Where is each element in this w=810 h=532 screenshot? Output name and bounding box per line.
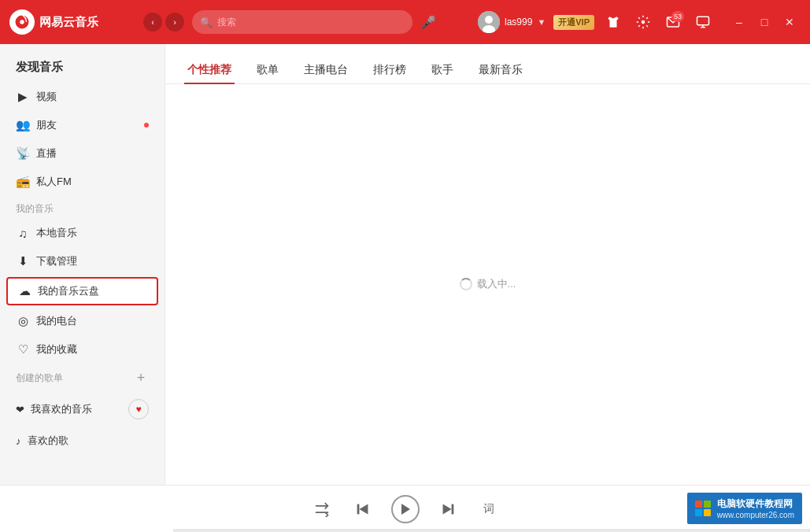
sidebar-item-download[interactable]: ⬇ 下载管理 bbox=[0, 247, 165, 275]
create-playlist-header: 创建的歌单 + bbox=[0, 364, 165, 392]
window-controls: – □ ✕ bbox=[728, 11, 801, 33]
svg-rect-9 bbox=[357, 504, 359, 514]
sidebar-item-cloud[interactable]: ☁ 我的音乐云盘 bbox=[6, 277, 158, 305]
sidebar-label-download: 下载管理 bbox=[36, 254, 77, 268]
lyrics-icon: 词 bbox=[483, 502, 494, 516]
add-playlist-button[interactable]: + bbox=[133, 370, 149, 386]
video-icon: ▶ bbox=[16, 90, 30, 104]
mail-badge: 53 bbox=[671, 11, 684, 22]
mail-icon[interactable]: 53 bbox=[662, 11, 684, 33]
sidebar-item-friends[interactable]: 👥 朋友 bbox=[0, 111, 165, 139]
watermark: 电脑软硬件教程网 www.computer26.com bbox=[687, 493, 802, 524]
content-tabs: 个性推荐 歌单 主播电台 排行榜 歌手 最新音乐 bbox=[165, 44, 810, 84]
mic-icon[interactable]: 🎤 bbox=[420, 15, 436, 30]
win-sq-yellow bbox=[704, 509, 711, 516]
play-button[interactable] bbox=[391, 495, 420, 523]
favorites-icon: ❤ bbox=[16, 404, 24, 416]
maximize-button[interactable]: □ bbox=[753, 11, 775, 33]
favorites-heart-button[interactable]: ♥ bbox=[128, 399, 149, 419]
svg-point-1 bbox=[20, 20, 24, 24]
vip-button[interactable]: 开通VIP bbox=[553, 15, 594, 30]
svg-marker-10 bbox=[401, 504, 410, 515]
live-icon: 📡 bbox=[16, 146, 30, 161]
win-sq-green bbox=[704, 501, 711, 508]
minimize-button[interactable]: – bbox=[728, 11, 750, 33]
logo-area: 网易云音乐 bbox=[9, 9, 135, 35]
search-icon: 🔍 bbox=[200, 17, 213, 28]
watermark-text: 电脑软硬件教程网 www.computer26.com bbox=[717, 497, 794, 519]
shuffle-button[interactable] bbox=[309, 497, 335, 522]
search-bar[interactable]: 🔍 bbox=[192, 10, 412, 34]
collection-icon: ♡ bbox=[16, 342, 30, 357]
app-logo bbox=[9, 9, 35, 35]
create-playlist-label: 创建的歌单 bbox=[16, 371, 63, 385]
tab-artist[interactable]: 歌手 bbox=[428, 57, 457, 83]
sidebar-item-fm[interactable]: 📻 私人FM bbox=[0, 168, 165, 196]
player-controls: 词 bbox=[309, 495, 501, 523]
app-title: 网易云音乐 bbox=[39, 15, 98, 30]
prev-button[interactable] bbox=[350, 497, 375, 522]
sidebar-label-live: 直播 bbox=[36, 146, 57, 161]
search-input[interactable] bbox=[217, 17, 405, 28]
svg-point-3 bbox=[485, 16, 493, 24]
sidebar-label-video: 视频 bbox=[36, 90, 57, 104]
back-button[interactable]: ‹ bbox=[143, 13, 162, 31]
watermark-line1: 电脑软硬件教程网 bbox=[717, 497, 794, 511]
sidebar-item-discover[interactable]: 发现音乐 bbox=[0, 52, 165, 83]
svg-rect-7 bbox=[697, 17, 709, 25]
win-sq-red bbox=[695, 501, 702, 508]
progress-bar[interactable] bbox=[173, 529, 810, 532]
tab-chart[interactable]: 排行榜 bbox=[370, 57, 409, 83]
recent-icon: ♪ bbox=[16, 435, 21, 447]
my-radio-icon: ◎ bbox=[16, 314, 30, 328]
win-sq-blue bbox=[695, 509, 702, 516]
title-bar: 网易云音乐 ‹ › 🔍 🎤 las999 ▼ 开通VIP bbox=[0, 0, 810, 44]
tab-radio[interactable]: 主播电台 bbox=[301, 57, 351, 83]
tab-new-music[interactable]: 最新音乐 bbox=[475, 57, 526, 83]
settings-icon[interactable] bbox=[632, 11, 654, 33]
loading-spinner bbox=[460, 278, 472, 290]
recent-label: 喜欢的歌 bbox=[28, 434, 68, 448]
tab-playlist[interactable]: 歌单 bbox=[253, 57, 282, 83]
favorites-label: 我喜欢的音乐 bbox=[31, 402, 92, 416]
nav-arrows: ‹ › bbox=[143, 13, 184, 31]
close-button[interactable]: ✕ bbox=[779, 11, 801, 33]
content-area: 个性推荐 歌单 主播电台 排行榜 歌手 最新音乐 载入中... bbox=[165, 44, 810, 485]
sidebar-label-collection: 我的收藏 bbox=[36, 342, 77, 357]
sidebar-item-video[interactable]: ▶ 视频 bbox=[0, 83, 165, 111]
svg-point-5 bbox=[642, 20, 645, 24]
screen-icon[interactable] bbox=[692, 11, 714, 33]
download-icon: ⬇ bbox=[16, 254, 30, 268]
sidebar-label-local: 本地音乐 bbox=[36, 226, 77, 240]
sidebar-item-radio[interactable]: ◎ 我的电台 bbox=[0, 307, 165, 335]
tab-recommend[interactable]: 个性推荐 bbox=[184, 57, 235, 83]
lyrics-button[interactable]: 词 bbox=[476, 497, 501, 522]
sidebar-label-radio: 我的电台 bbox=[36, 314, 77, 328]
forward-button[interactable]: › bbox=[165, 13, 184, 31]
sidebar-label-fm: 私人FM bbox=[36, 175, 72, 189]
tshirt-icon[interactable] bbox=[602, 11, 624, 33]
sidebar-item-collection[interactable]: ♡ 我的收藏 bbox=[0, 335, 165, 364]
svg-rect-12 bbox=[451, 504, 453, 514]
sidebar-item-favorites[interactable]: ❤ 我喜欢的音乐 ♥ bbox=[0, 392, 165, 427]
friends-dot bbox=[144, 123, 149, 127]
loading-text: 载入中... bbox=[477, 277, 516, 291]
next-button[interactable] bbox=[435, 497, 460, 522]
svg-marker-8 bbox=[359, 504, 368, 514]
sidebar-item-recent[interactable]: ♪ 喜欢的歌 bbox=[0, 427, 165, 455]
fm-icon: 📻 bbox=[16, 175, 30, 189]
sidebar-item-local[interactable]: ♫ 本地音乐 bbox=[0, 219, 165, 247]
titlebar-right: las999 ▼ 开通VIP 53 bbox=[478, 11, 801, 33]
cloud-icon: ☁ bbox=[17, 284, 31, 298]
content-body: 载入中... bbox=[165, 84, 810, 484]
user-area: las999 ▼ bbox=[478, 11, 546, 33]
username: las999 bbox=[505, 17, 532, 28]
watermark-line2: www.computer26.com bbox=[717, 511, 794, 519]
sidebar-item-live[interactable]: 📡 直播 bbox=[0, 139, 165, 168]
friends-icon: 👥 bbox=[16, 118, 30, 132]
my-music-section: 我的音乐 bbox=[0, 196, 165, 219]
main-layout: 发现音乐 ▶ 视频 👥 朋友 📡 直播 📻 私人FM 我的音乐 ♫ 本地音乐 ⬇… bbox=[0, 44, 810, 485]
svg-marker-11 bbox=[442, 504, 451, 514]
avatar[interactable] bbox=[478, 11, 500, 33]
sidebar: 发现音乐 ▶ 视频 👥 朋友 📡 直播 📻 私人FM 我的音乐 ♫ 本地音乐 ⬇… bbox=[0, 44, 165, 485]
